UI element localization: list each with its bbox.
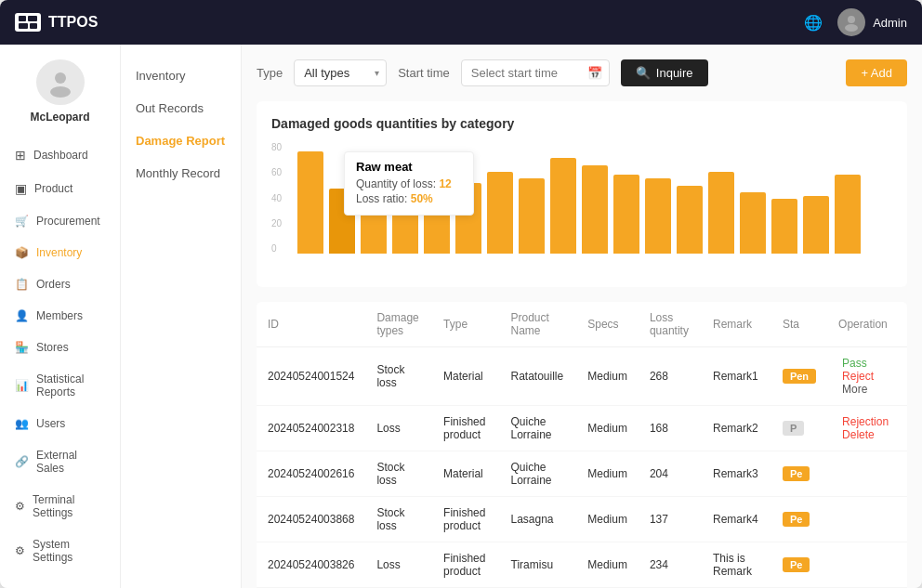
sidebar-label-inventory: Inventory: [36, 246, 82, 259]
procurement-icon: 🛒: [15, 215, 29, 228]
sidebar-label-external-sales: External Sales: [36, 449, 105, 475]
sidebar-item-statistical-reports[interactable]: 📊 Statistical Reports: [0, 363, 120, 408]
cell-remark: Remark4: [702, 497, 771, 542]
top-nav: TTPOS 🌐 Admin: [0, 0, 922, 45]
add-label: + Add: [861, 66, 892, 80]
bar-15[interactable]: [771, 199, 797, 254]
cell-specs: Medium: [576, 406, 639, 451]
bar-6[interactable]: [487, 172, 513, 254]
filter-bar: Type All types ▾ Start time 📅 🔍 Inquire: [257, 59, 907, 86]
bar-13[interactable]: [708, 172, 734, 254]
cell-loss-qty: 234: [639, 542, 702, 588]
sidebar-item-procurement[interactable]: 🛒 Procurement: [0, 205, 120, 237]
cell-type: Material: [432, 451, 499, 497]
cell-operations: RejectionDelete: [827, 406, 907, 451]
main-layout: McLeopard ⊞ Dashboard ▣ Product 🛒 Procur…: [0, 45, 922, 588]
cell-remark: Remark3: [702, 451, 771, 497]
cell-specs: Medium: [576, 347, 639, 406]
bar-11[interactable]: [645, 178, 671, 254]
cell-remark: This is Remark: [702, 542, 771, 588]
globe-icon[interactable]: 🌐: [804, 14, 823, 32]
dashboard-icon: ⊞: [15, 148, 26, 163]
chart-area: Raw meat Quantity of loss: 12 Loss ratio…: [297, 142, 892, 272]
cell-type: Finished product: [432, 497, 499, 542]
bar-12[interactable]: [677, 186, 703, 254]
y-label-20: 20: [271, 218, 282, 229]
col-damage-types: Damage types: [365, 302, 432, 347]
sidebar-item-members[interactable]: 👤 Members: [0, 300, 120, 332]
data-table: ID Damage types Type Product Name Specs …: [257, 302, 907, 588]
cell-operations: [827, 451, 907, 497]
terminal-settings-icon: ⚙: [15, 500, 25, 513]
orders-icon: 📋: [15, 278, 29, 291]
y-label-60: 60: [271, 167, 282, 177]
sidebar-item-stores[interactable]: 🏪 Stores: [0, 332, 120, 363]
table-section: ID Damage types Type Product Name Specs …: [257, 302, 907, 588]
bar-10[interactable]: [613, 175, 639, 254]
cell-type: Finished product: [432, 542, 499, 588]
chart-inner: 80 60 40 20 0 Raw meat Quantity of loss:…: [271, 142, 892, 272]
op-btn-more[interactable]: More: [838, 383, 871, 396]
table-row: 20240524003868Stock lossFinished product…: [257, 497, 907, 542]
admin-area[interactable]: Admin: [837, 8, 907, 36]
tooltip-quantity-label: Quantity of loss:: [356, 177, 436, 190]
chart-section: Damaged goods quantities by category 80 …: [257, 101, 907, 287]
svg-point-7: [50, 86, 71, 98]
app-container: TTPOS 🌐 Admin McLeopard ⊞ Dashboard: [0, 0, 922, 588]
sidebar-item-external-sales[interactable]: 🔗 External Sales: [0, 439, 120, 484]
type-select[interactable]: All types: [294, 59, 387, 86]
sidebar-item-inventory[interactable]: 📦 Inventory: [0, 237, 120, 268]
bar-0[interactable]: [297, 151, 323, 254]
sub-item-damage-report[interactable]: Damage Report: [121, 124, 241, 157]
bar-7[interactable]: [519, 178, 545, 254]
cell-product-name: Tiramisu: [500, 542, 577, 588]
sidebar-item-product[interactable]: ▣ Product: [0, 172, 120, 205]
sidebar-item-orders[interactable]: 📋 Orders: [0, 268, 120, 300]
bar-17[interactable]: [835, 175, 861, 254]
nav-items: ⊞ Dashboard ▣ Product 🛒 Procurement 📦 In…: [0, 138, 120, 573]
start-time-input[interactable]: [461, 59, 610, 86]
bar-8[interactable]: [550, 158, 576, 254]
add-button[interactable]: + Add: [846, 59, 907, 86]
top-right: 🌐 Admin: [804, 8, 907, 36]
sidebar-item-users[interactable]: 👥 Users: [0, 408, 120, 439]
inventory-icon: 📦: [15, 246, 29, 259]
admin-avatar: [837, 8, 865, 36]
content-area: Type All types ▾ Start time 📅 🔍 Inquire: [242, 45, 922, 588]
sidebar-item-terminal-settings[interactable]: ⚙ Terminal Settings: [0, 484, 120, 529]
cell-status: Pe: [771, 497, 827, 542]
op-btn-delete[interactable]: Delete: [838, 428, 878, 441]
user-avatar: [36, 59, 85, 105]
sidebar-label-statistical-reports: Statistical Reports: [36, 372, 105, 399]
op-btn-rejection[interactable]: Rejection: [838, 415, 892, 428]
cell-loss-qty: 204: [639, 451, 702, 497]
tooltip-quantity-row: Quantity of loss: 12: [356, 177, 462, 190]
inquire-button[interactable]: 🔍 Inquire: [621, 59, 708, 86]
sidebar-item-dashboard[interactable]: ⊞ Dashboard: [0, 138, 120, 172]
bar-16[interactable]: [803, 196, 829, 254]
bar-2[interactable]: [361, 213, 387, 254]
col-status: Sta: [771, 302, 827, 347]
left-sidebar: McLeopard ⊞ Dashboard ▣ Product 🛒 Procur…: [0, 45, 121, 588]
sidebar-item-system-settings[interactable]: ⚙ System Settings: [0, 529, 120, 573]
bar-9[interactable]: [582, 165, 608, 254]
table-body: 20240524001524Stock lossMaterialRatatoui…: [257, 347, 907, 588]
cell-loss-qty: 168: [639, 406, 702, 451]
op-btn-reject[interactable]: Reject: [838, 370, 877, 383]
sub-item-monthly-record[interactable]: Monthly Record: [121, 157, 241, 189]
op-btn-pass[interactable]: Pass: [838, 357, 871, 370]
user-name: McLeopard: [30, 111, 89, 124]
cell-operations: [827, 497, 907, 542]
sub-sidebar: Inventory Out Records Damage Report Mont…: [121, 45, 242, 588]
col-specs: Specs: [576, 302, 639, 347]
inquire-label: Inquire: [656, 66, 693, 80]
cell-damage-type: Loss: [365, 406, 432, 451]
cell-product-name: Ratatouille: [500, 347, 577, 406]
sub-item-out-records[interactable]: Out Records: [121, 92, 241, 124]
table-row: 20240524003826LossFinished productTirami…: [257, 542, 907, 588]
system-settings-icon: ⚙: [15, 544, 25, 557]
start-time-wrapper: 📅: [461, 59, 610, 86]
sub-item-inventory[interactable]: Inventory: [121, 59, 241, 92]
sidebar-label-product: Product: [34, 182, 72, 195]
bar-14[interactable]: [740, 192, 766, 254]
